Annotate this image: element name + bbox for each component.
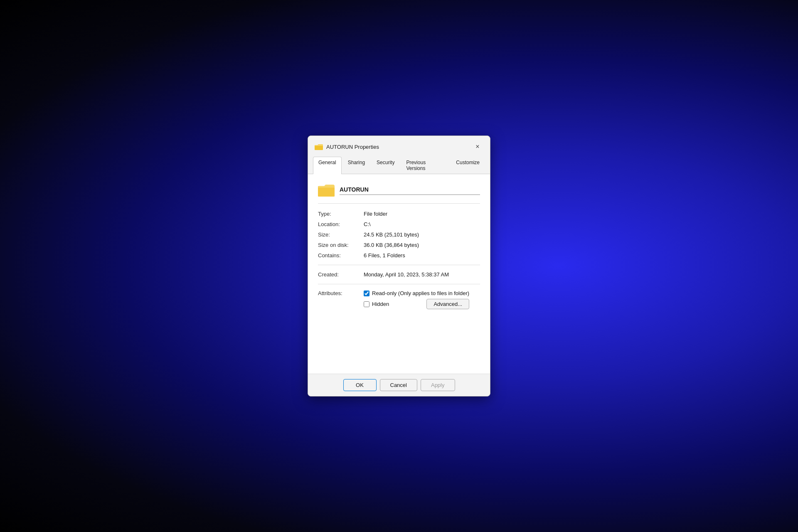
ok-button[interactable]: OK bbox=[343, 379, 377, 391]
tab-content-general: Type: File folder Location: C:\ Size: 24… bbox=[308, 174, 490, 374]
table-row: Size: 24.5 KB (25,101 bytes) bbox=[318, 229, 480, 240]
folder-icon bbox=[318, 182, 335, 197]
readonly-row: Read-only (Only applies to files in fold… bbox=[364, 290, 469, 296]
folder-name-row bbox=[318, 182, 480, 197]
attributes-controls: Read-only (Only applies to files in fold… bbox=[364, 290, 469, 309]
created-value: Monday, April 10, 2023, 5:38:37 AM bbox=[364, 269, 480, 280]
tab-security[interactable]: Security bbox=[371, 157, 400, 174]
tab-customize[interactable]: Customize bbox=[451, 157, 485, 174]
properties-dialog: AUTORUN Properties × General Sharing Sec… bbox=[308, 135, 490, 397]
folder-name-input[interactable] bbox=[340, 185, 480, 195]
apply-button[interactable]: Apply bbox=[421, 379, 455, 391]
title-bar: AUTORUN Properties × bbox=[308, 136, 490, 157]
prop-value-location: C:\ bbox=[364, 219, 480, 229]
properties-table: Type: File folder Location: C:\ Size: 24… bbox=[318, 209, 480, 261]
prop-label-type: Type: bbox=[318, 209, 364, 219]
prop-value-size-on-disk: 36.0 KB (36,864 bytes) bbox=[364, 240, 480, 250]
divider-3 bbox=[318, 284, 480, 284]
hidden-label: Hidden bbox=[372, 301, 389, 307]
close-button[interactable]: × bbox=[472, 141, 483, 153]
divider-1 bbox=[318, 203, 480, 204]
prop-value-type: File folder bbox=[364, 209, 480, 219]
table-row: Size on disk: 36.0 KB (36,864 bytes) bbox=[318, 240, 480, 250]
prop-label-size: Size: bbox=[318, 229, 364, 240]
tab-previous-versions[interactable]: Previous Versions bbox=[401, 157, 450, 174]
prop-value-contains: 6 Files, 1 Folders bbox=[364, 250, 480, 261]
readonly-label: Read-only (Only applies to files in fold… bbox=[372, 290, 469, 296]
dialog-title: AUTORUN Properties bbox=[326, 144, 468, 150]
tab-general[interactable]: General bbox=[313, 157, 342, 174]
cancel-button[interactable]: Cancel bbox=[380, 379, 417, 391]
svg-rect-4 bbox=[318, 188, 335, 197]
divider-2 bbox=[318, 265, 480, 265]
hidden-advanced-row: Hidden Advanced... bbox=[364, 299, 469, 309]
dialog-footer: OK Cancel Apply bbox=[308, 374, 490, 396]
tab-sharing[interactable]: Sharing bbox=[342, 157, 370, 174]
hidden-row: Hidden bbox=[364, 301, 389, 307]
tab-bar: General Sharing Security Previous Versio… bbox=[308, 157, 490, 174]
table-row: Created: Monday, April 10, 2023, 5:38:37… bbox=[318, 269, 480, 280]
prop-label-size-on-disk: Size on disk: bbox=[318, 240, 364, 250]
title-bar-folder-icon bbox=[315, 143, 323, 151]
created-label: Created: bbox=[318, 269, 364, 280]
prop-label-contains: Contains: bbox=[318, 250, 364, 261]
hidden-checkbox[interactable] bbox=[364, 301, 369, 307]
table-row: Location: C:\ bbox=[318, 219, 480, 229]
attributes-section: Attributes: Read-only (Only applies to f… bbox=[318, 290, 480, 309]
prop-value-size: 24.5 KB (25,101 bytes) bbox=[364, 229, 480, 240]
readonly-checkbox[interactable] bbox=[364, 291, 369, 296]
created-table: Created: Monday, April 10, 2023, 5:38:37… bbox=[318, 269, 480, 280]
advanced-button[interactable]: Advanced... bbox=[426, 299, 469, 309]
prop-label-location: Location: bbox=[318, 219, 364, 229]
table-row: Type: File folder bbox=[318, 209, 480, 219]
attributes-label: Attributes: bbox=[318, 290, 364, 296]
table-row: Contains: 6 Files, 1 Folders bbox=[318, 250, 480, 261]
